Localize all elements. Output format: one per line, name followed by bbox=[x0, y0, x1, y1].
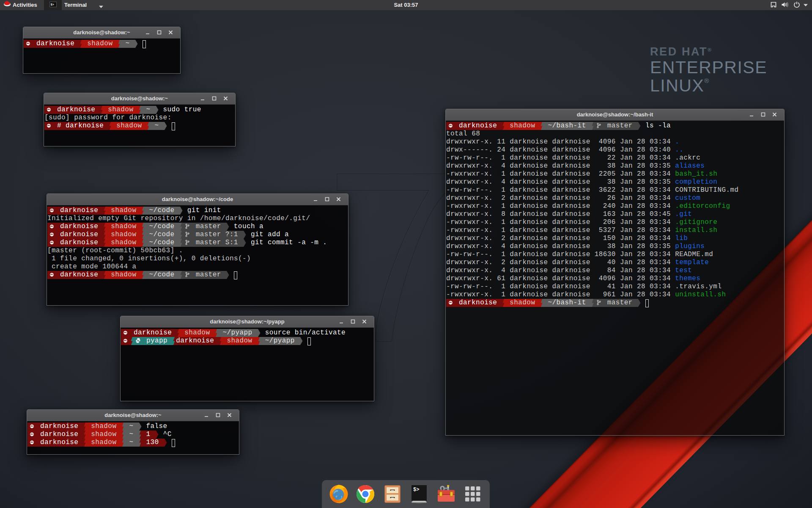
svg-text:$>: $> bbox=[413, 487, 419, 493]
